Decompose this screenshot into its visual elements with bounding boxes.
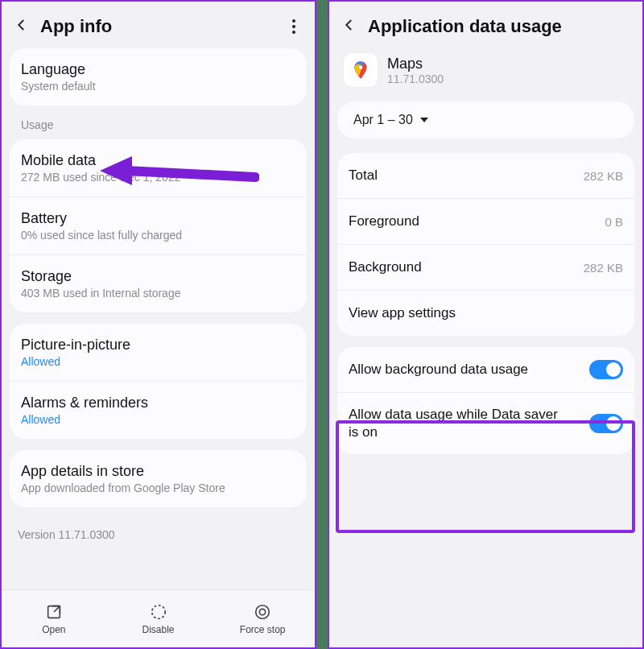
- disable-icon: [150, 603, 167, 621]
- card-stats: Total 282 KB Foreground 0 B Background 2…: [337, 153, 634, 336]
- app-name: Maps: [387, 56, 444, 72]
- svg-marker-7: [420, 118, 428, 122]
- row-title: App details in store: [21, 463, 295, 480]
- card-usage: Mobile data 272 MB used since Dec 1, 202…: [10, 139, 307, 312]
- row-title: Storage: [21, 268, 295, 285]
- row-title: Alarms & reminders: [21, 395, 295, 411]
- svg-point-6: [359, 65, 363, 69]
- row-sub: System default: [21, 80, 295, 93]
- open-icon: [45, 603, 63, 621]
- back-icon[interactable]: [342, 18, 357, 35]
- row-title: Mobile data: [21, 152, 295, 169]
- svg-point-3: [256, 605, 270, 618]
- card-store: App details in store App downloaded from…: [10, 450, 307, 507]
- version-text: Version 11.71.0300: [2, 519, 315, 541]
- page-title: Application data usage: [368, 16, 630, 37]
- stat-value: 282 KB: [584, 261, 623, 275]
- toggle-label: Allow data usage while Data saver is on: [349, 406, 558, 441]
- row-language[interactable]: Language System default: [10, 48, 307, 105]
- stat-value: 282 KB: [584, 169, 623, 183]
- back-icon[interactable]: [14, 18, 29, 35]
- stat-value: 0 B: [605, 215, 623, 229]
- bottom-bar: Open Disable Force stop: [2, 589, 315, 647]
- date-range-picker[interactable]: Apr 1 – 30: [337, 101, 634, 138]
- row-sub: Allowed: [21, 355, 295, 368]
- card-language: Language System default: [10, 48, 307, 105]
- force-stop-label: Force stop: [240, 624, 286, 635]
- phone-app-info: App info Language System default Usage M…: [0, 0, 316, 649]
- row-battery[interactable]: Battery 0% used since last fully charged: [10, 196, 307, 254]
- app-version: 11.71.0300: [387, 72, 444, 85]
- row-title: Language: [21, 61, 295, 78]
- force-stop-button[interactable]: Force stop: [210, 590, 315, 647]
- more-icon[interactable]: [286, 19, 302, 35]
- toggle-bg-data[interactable]: Allow background data usage: [337, 347, 634, 392]
- open-button[interactable]: Open: [2, 590, 106, 647]
- force-stop-icon: [254, 603, 271, 621]
- svg-point-4: [260, 609, 266, 614]
- stat-label: Background: [349, 259, 422, 275]
- date-range-label: Apr 1 – 30: [353, 113, 413, 127]
- row-title: View app settings: [349, 305, 456, 321]
- maps-app-icon: [344, 53, 378, 87]
- row-mobile-data[interactable]: Mobile data 272 MB used since Dec 1, 202…: [10, 139, 307, 196]
- row-storage[interactable]: Storage 403 MB used in Internal storage: [10, 254, 307, 312]
- stat-total: Total 282 KB: [337, 153, 634, 198]
- row-store-details[interactable]: App details in store App downloaded from…: [10, 450, 307, 507]
- row-sub: 0% used since last fully charged: [21, 229, 295, 242]
- row-sub: Allowed: [21, 413, 295, 426]
- stat-foreground: Foreground 0 B: [337, 198, 634, 244]
- phone-data-usage: Application data usage Maps 11.71.0300 A…: [328, 0, 644, 649]
- toggle-label: Allow background data usage: [349, 361, 528, 378]
- stat-background: Background 282 KB: [337, 244, 634, 290]
- header: App info: [2, 2, 315, 48]
- svg-line-1: [54, 606, 60, 611]
- row-view-app-settings[interactable]: View app settings: [337, 290, 634, 336]
- app-identity: Maps 11.71.0300: [329, 48, 642, 101]
- card-toggles: Allow background data usage Allow data u…: [337, 347, 634, 454]
- disable-button[interactable]: Disable: [106, 590, 211, 647]
- card-permissions: Picture-in-picture Allowed Alarms & remi…: [10, 324, 307, 439]
- row-pip[interactable]: Picture-in-picture Allowed: [10, 324, 307, 381]
- svg-point-2: [151, 605, 165, 618]
- header: Application data usage: [329, 2, 642, 48]
- app-meta: Maps 11.71.0300: [387, 56, 444, 85]
- stat-label: Foreground: [349, 213, 419, 229]
- disable-label: Disable: [142, 624, 174, 635]
- open-label: Open: [42, 624, 65, 635]
- switch-on-icon[interactable]: [589, 360, 623, 379]
- row-alarms[interactable]: Alarms & reminders Allowed: [10, 381, 307, 439]
- page-title: App info: [40, 16, 275, 37]
- row-title: Battery: [21, 210, 295, 227]
- row-sub: 272 MB used since Dec 1, 2022: [21, 171, 295, 184]
- row-sub: App downloaded from Google Play Store: [21, 482, 295, 494]
- chevron-down-icon: [419, 115, 429, 125]
- toggle-data-saver[interactable]: Allow data usage while Data saver is on: [337, 392, 634, 454]
- stat-label: Total: [349, 167, 378, 184]
- row-sub: 403 MB used in Internal storage: [21, 287, 295, 300]
- switch-on-icon[interactable]: [589, 414, 623, 433]
- section-usage-label: Usage: [2, 117, 315, 139]
- row-title: Picture-in-picture: [21, 337, 295, 353]
